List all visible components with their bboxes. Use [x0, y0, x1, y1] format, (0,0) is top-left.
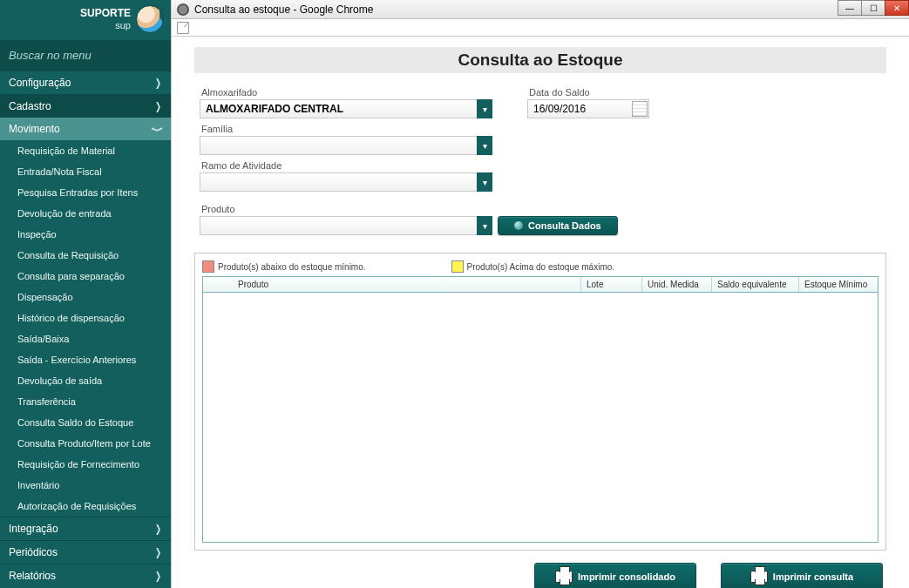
submenu-item[interactable]: Consulta para separação [0, 266, 171, 287]
window-titlebar[interactable]: Consulta ao estoque - Google Chrome — ☐ … [172, 0, 909, 19]
submenu-item[interactable]: Requisição de Material [0, 140, 171, 161]
dropdown-icon[interactable]: ▾ [477, 172, 492, 192]
menu-label: Movimento [9, 123, 60, 135]
almoxarifado-input[interactable] [200, 99, 492, 118]
submenu-movimento: Requisição de Material Entrada/Nota Fisc… [0, 140, 171, 517]
select-produto[interactable]: ▾ [200, 216, 492, 235]
col-unid[interactable]: Unid. Medida [642, 277, 712, 292]
chevron-right-icon: ❯ [155, 523, 161, 535]
chevron-right-icon: ❯ [155, 77, 161, 89]
avatar[interactable] [136, 5, 164, 33]
submenu-item[interactable]: Transferência [0, 391, 171, 412]
menu-integracao[interactable]: Integração ❯ [0, 517, 171, 540]
swatch-max-icon [451, 260, 464, 273]
menu-label: Integração [9, 523, 58, 535]
legend-min: Produto(s) abaixo do estoque mínimo. [218, 262, 366, 272]
calendar-icon[interactable] [632, 101, 648, 117]
legend: Produto(s) abaixo do estoque mínimo. Pro… [202, 260, 878, 273]
submenu-item[interactable]: Dispensação [0, 287, 171, 308]
menu-periodicos[interactable]: Periódicos ❯ [0, 540, 171, 564]
label-almoxarifado: Almoxarifado [201, 87, 492, 98]
col-saldo[interactable]: Saldo equivalente [712, 277, 799, 292]
select-almoxarifado[interactable]: ▾ [200, 99, 492, 118]
dropdown-icon[interactable]: ▾ [477, 136, 492, 155]
select-ramo[interactable]: ▾ [200, 172, 492, 192]
submenu-item[interactable]: Saída - Exercício Anteriores [0, 349, 171, 370]
consulta-dados-button[interactable]: Consulta Dados [498, 216, 618, 235]
menu-configuracao[interactable]: Configuração ❯ [0, 71, 171, 94]
submenu-item[interactable]: Inspeção [0, 224, 171, 245]
chrome-window: Consulta ao estoque - Google Chrome — ☐ … [171, 0, 909, 588]
submenu-item[interactable]: Requisição de Fornecimento [0, 454, 171, 475]
menu-movimento[interactable]: Movimento ❯ [0, 118, 171, 140]
ramo-input[interactable] [200, 172, 492, 192]
swatch-min-icon [202, 260, 214, 273]
menu-relatorios[interactable]: Relatórios ❯ [0, 564, 171, 587]
dropdown-icon[interactable]: ▾ [477, 99, 492, 118]
search-dot-icon [514, 221, 523, 230]
submenu-item[interactable]: Devolução de entrada [0, 203, 171, 224]
grid-header: Produto Lote Unid. Medida Saldo equivale… [202, 276, 878, 293]
button-label: Consulta Dados [528, 220, 601, 231]
menu-cadastro[interactable]: Cadastro ❯ [0, 94, 171, 118]
printer-icon [555, 571, 573, 583]
label-produto: Produto [201, 204, 886, 214]
familia-input[interactable] [200, 136, 492, 155]
menu-search[interactable] [0, 40, 171, 71]
label-ramo: Ramo de Atividade [201, 160, 886, 171]
submenu-item[interactable]: Devolução de saída [0, 370, 171, 391]
document-tab[interactable] [172, 19, 909, 37]
submenu-item[interactable]: Autorização de Requisições [0, 496, 171, 517]
results-panel: Produto(s) abaixo do estoque mínimo. Pro… [194, 253, 886, 551]
submenu-item[interactable]: Consulta de Requisição [0, 245, 171, 266]
select-familia[interactable]: ▾ [200, 136, 492, 155]
col-lote[interactable]: Lote [581, 277, 642, 292]
submenu-item[interactable]: Entrada/Nota Fiscal [0, 161, 171, 182]
close-button[interactable]: ✕ [885, 0, 909, 16]
page-body: Consulta ao Estoque Almoxarifado ▾ Data … [172, 37, 909, 588]
date-saldo[interactable] [527, 99, 649, 118]
chevron-right-icon: ❯ [155, 100, 161, 112]
submenu-item[interactable]: Histórico de dispensação [0, 308, 171, 328]
button-label: Imprimir consolidado [578, 571, 675, 582]
chevron-right-icon: ❯ [155, 570, 161, 582]
printer-icon [750, 571, 768, 583]
submenu-item[interactable]: Consulta Saldo do Estoque [0, 412, 171, 433]
produto-input[interactable] [200, 216, 492, 235]
dropdown-icon[interactable]: ▾ [477, 216, 492, 235]
user-name: SUPORTE [80, 7, 131, 19]
menu-label: Periódicos [9, 546, 58, 558]
submenu-item[interactable]: Saída/Baixa [0, 328, 171, 349]
button-label: Imprimir consulta [773, 571, 853, 582]
sidebar: SUPORTE sup Configuração ❯ Cadastro ❯ Mo… [0, 0, 171, 588]
chevron-right-icon: ❯ [155, 546, 161, 558]
window-title: Consulta ao estoque - Google Chrome [194, 3, 373, 16]
col-produto[interactable]: Produto [203, 277, 581, 292]
date-input[interactable] [527, 99, 649, 118]
user-block: SUPORTE sup [0, 0, 171, 40]
legend-max: Produto(s) Acima do estoque máximo. [467, 262, 615, 272]
imprimir-consulta-button[interactable]: Imprimir consulta [721, 563, 883, 588]
document-icon [177, 22, 189, 34]
favicon-icon [177, 3, 189, 16]
minimize-button[interactable]: — [838, 0, 862, 16]
menu-label: Cadastro [9, 100, 51, 112]
menu-label: Relatórios [9, 570, 56, 582]
submenu-item[interactable]: Inventário [0, 475, 171, 496]
menu-label: Configuração [9, 77, 71, 89]
menu-search-input[interactable] [9, 49, 162, 62]
page-title: Consulta ao Estoque [194, 47, 886, 73]
submenu-item[interactable]: Pesquisa Entradas por Itens [0, 182, 171, 203]
submenu-item[interactable]: Consulta Produto/Item por Lote [0, 433, 171, 454]
chevron-down-icon: ❯ [152, 126, 164, 132]
user-role: sup [80, 19, 131, 31]
col-min[interactable]: Estoque Mínimo [799, 277, 878, 292]
imprimir-consolidado-button[interactable]: Imprimir consolidado [534, 563, 696, 588]
label-data-saldo: Data do Saldo [529, 87, 649, 98]
maximize-button[interactable]: ☐ [861, 0, 885, 16]
grid-body[interactable] [202, 293, 878, 543]
label-familia: Família [201, 124, 886, 134]
